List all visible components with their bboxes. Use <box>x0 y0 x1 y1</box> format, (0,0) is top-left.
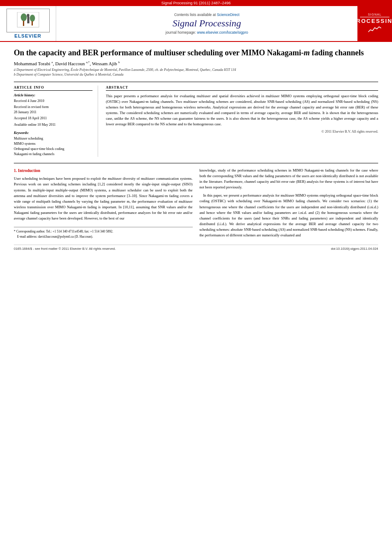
elsevier-wordmark: ELSEVIER <box>14 33 41 38</box>
badge-top-text: Signal <box>360 13 389 17</box>
article-info-panel: ARTICLE INFO Article history: Received 4… <box>14 86 98 157</box>
body-column-1: 1. Introduction User scheduling techniqu… <box>14 168 193 241</box>
body-columns: 1. Introduction User scheduling techniqu… <box>14 163 378 241</box>
accepted-date: Accepted 18 April 2011 <box>14 116 92 121</box>
article-title: On the capacity and BER performance of m… <box>14 48 378 58</box>
svg-rect-3 <box>23 21 24 26</box>
journal-title: Signal Processing <box>172 18 241 29</box>
sciencedirect-line: Contents lists available at ScienceDirec… <box>174 13 239 17</box>
keywords-heading: Keywords: <box>14 131 92 135</box>
elsevier-tree-icon <box>15 12 41 29</box>
svg-point-1 <box>21 13 27 21</box>
copyright-line: © 2011 Elsevier B.V. All rights reserved… <box>106 130 378 134</box>
article-info-heading: ARTICLE INFO <box>14 86 92 91</box>
intro-para-1: User scheduling techniques have been pro… <box>14 176 193 221</box>
badge-main-text: PROCESSING <box>352 18 392 24</box>
footnote-corresponding: * Corresponding author. Tel.: +1 514 340… <box>14 229 193 234</box>
svg-point-2 <box>30 15 35 22</box>
keywords-section: Keywords: Multiuser scheduling MIMO syst… <box>14 131 92 157</box>
intro-para-col2-2: In this paper, we present a performance … <box>200 193 379 238</box>
footnote-email: E-mail address: david.haccoun@polymtl.ca… <box>14 235 193 239</box>
received-date: Received 4 June 2010 <box>14 99 92 104</box>
top-bar: Signal Processing 91 (2011) 2487–2496 <box>0 0 392 6</box>
elsevier-logo-area: ELSEVIER <box>0 6 56 41</box>
keywords-list: Multiuser scheduling MIMO systems Orthog… <box>14 136 92 157</box>
journal-citation: Signal Processing 91 (2011) 2487–2496 <box>161 1 231 5</box>
keyword-2: MIMO systems <box>14 141 92 146</box>
svg-rect-4 <box>32 21 33 25</box>
badge-icon <box>368 25 381 34</box>
signal-processing-badge: Signal PROCESSING <box>357 6 392 41</box>
journal-header: ELSEVIER Contents lists available at Sci… <box>0 6 392 42</box>
sciencedirect-link[interactable]: ScienceDirect <box>217 13 239 17</box>
footer-copyright: 0165-1684/$ - see front matter © 2011 El… <box>14 247 116 251</box>
revised-date: Received in revised form28 January 2011 <box>14 105 92 115</box>
body-column-2: knowledge, study of the performance sche… <box>200 168 379 241</box>
abstract-heading: ABSTRACT <box>106 86 378 91</box>
affiliations: á Department of Electrical Engineering, … <box>14 67 378 77</box>
abstract-section: ABSTRACT This paper presents a performan… <box>106 86 378 157</box>
online-date: Available online 10 May 2011 <box>14 122 92 127</box>
footer-bar: 0165-1684/$ - see front matter © 2011 El… <box>14 245 378 251</box>
footnote-section: * Corresponding author. Tel.: +1 514 340… <box>14 227 193 240</box>
homepage-url[interactable]: www.elsevier.com/locate/sigpro <box>197 30 248 35</box>
authors: Mohammad Torabi a, David Haccoun a,*, We… <box>14 61 378 66</box>
history-heading: Article history: <box>14 93 92 97</box>
affiliation-b: b Department of Computer Science, Univer… <box>14 73 124 76</box>
elsevier-logo-box <box>6 9 50 32</box>
main-content: On the capacity and BER performance of m… <box>0 42 392 255</box>
section-1-heading: 1. Introduction <box>14 168 193 174</box>
footer-doi: doi:10.1016/j.sigpro.2011.04.024 <box>331 247 378 251</box>
abstract-text: This paper presents a performance analys… <box>106 93 378 127</box>
svg-point-5 <box>27 14 29 17</box>
info-section: ARTICLE INFO Article history: Received 4… <box>14 82 378 157</box>
keyword-4: Nakagami-m fading channels <box>14 152 92 157</box>
journal-homepage: journal homepage: www.elsevier.com/locat… <box>166 30 248 35</box>
journal-center: Contents lists available at ScienceDirec… <box>56 6 357 41</box>
keyword-1: Multiuser scheduling <box>14 136 92 141</box>
keyword-3: Orthogonal space-time block coding <box>14 146 92 152</box>
svg-rect-6 <box>27 17 29 23</box>
affiliation-a: á Department of Electrical Engineering, … <box>14 68 236 72</box>
intro-para-col2-1: knowledge, study of the performance sche… <box>200 168 379 191</box>
